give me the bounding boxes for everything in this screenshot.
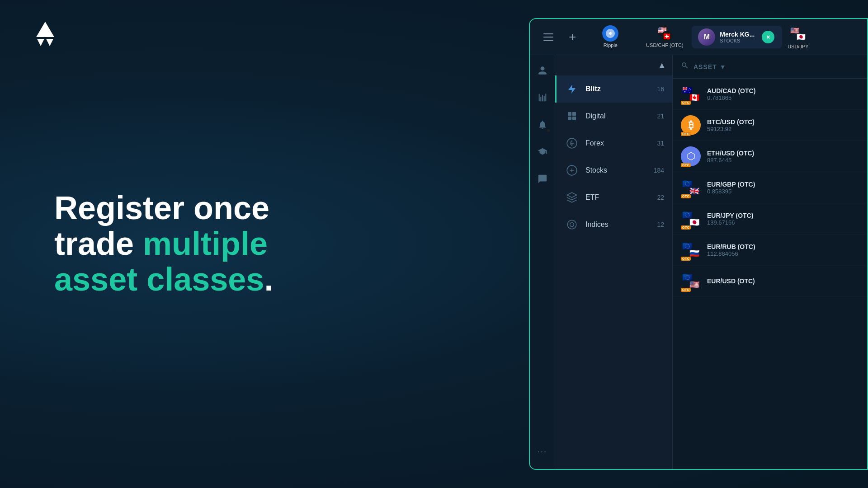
asset-audcad[interactable]: 🇦🇺 🇨🇦 OTC AUD/CAD (OTC) 0.781865 <box>673 79 867 110</box>
asset-ethusd[interactable]: ⬡ OTC ETH/USD (OTC) 887.6445 <box>673 141 867 172</box>
btcusd-name: BTC/USD (OTC) <box>707 118 859 126</box>
merck-tab-close[interactable]: × <box>762 31 774 43</box>
merck-tab-sublabel: STOCKS <box>720 38 755 43</box>
add-tab-button[interactable]: + <box>561 30 583 44</box>
svg-marker-2 <box>46 39 53 46</box>
eurusd-name: EUR/USD (OTC) <box>707 277 859 285</box>
merck-tab-name: Merck KG... <box>720 31 755 38</box>
hamburger-button[interactable] <box>535 27 561 47</box>
svg-point-17 <box>567 220 576 229</box>
asset-eurgbp[interactable]: 🇪🇺 🇬🇧 OTC EUR/GBP (OTC) 0.858395 <box>673 172 867 203</box>
filter-arrow: ▼ <box>720 63 726 70</box>
svg-rect-11 <box>572 112 576 116</box>
svg-rect-5 <box>540 97 541 101</box>
eurgbp-info: EUR/GBP (OTC) 0.858395 <box>707 181 859 195</box>
categories-header: ▲ <box>555 55 672 75</box>
tab-usdjpy[interactable]: 🇺🇸 🇯🇵 USD/JPY <box>782 22 814 52</box>
svg-rect-8 <box>545 94 546 102</box>
svg-rect-12 <box>568 117 571 120</box>
assets-search-bar: ASSET ▼ <box>673 55 867 79</box>
category-digital[interactable]: Digital 21 <box>555 103 672 130</box>
sidebar-icon-portfolio[interactable] <box>534 62 551 79</box>
category-etf[interactable]: ETF 22 <box>555 184 672 211</box>
etf-icon <box>565 190 579 205</box>
svg-rect-13 <box>572 117 576 120</box>
assets-panel: ASSET ▼ 🇦🇺 🇨🇦 OTC AUD/CAD (OTC) 0.781865 <box>673 55 867 469</box>
ripple-tab-icon <box>602 25 618 42</box>
asset-eurrub[interactable]: 🇪🇺 🇷🇺 OTC EUR/RUB (OTC) 112.884056 <box>673 235 867 266</box>
sidebar-icons: ··· <box>530 55 555 469</box>
svg-marker-9 <box>568 84 576 94</box>
notification-dot <box>546 128 551 133</box>
audcad-info: AUD/CAD (OTC) 0.781865 <box>707 87 859 101</box>
category-blitz[interactable]: Blitz 16 <box>555 75 672 103</box>
eurjpy-price: 139.67166 <box>707 219 859 226</box>
asset-filter[interactable]: ASSET ▼ <box>693 63 726 70</box>
tab-merck[interactable]: M Merck KG... STOCKS × <box>692 26 782 48</box>
category-stocks[interactable]: Stocks 184 <box>555 157 672 184</box>
blitz-icon <box>565 82 579 96</box>
asset-filter-label: ASSET <box>693 63 717 70</box>
svg-marker-1 <box>37 39 44 46</box>
forex-count: 31 <box>657 140 664 147</box>
digital-count: 21 <box>657 113 664 120</box>
hero-line3-accent: asset classes <box>54 262 264 298</box>
indices-icon <box>565 217 579 232</box>
blitz-label: Blitz <box>585 85 601 93</box>
merck-tab-info: Merck KG... STOCKS <box>720 31 755 43</box>
sidebar-icon-learn[interactable] <box>534 144 551 160</box>
asset-btcusd[interactable]: ₿ OTC BTC/USD (OTC) 59123.92 <box>673 110 867 141</box>
svg-text:$: $ <box>570 141 573 146</box>
sidebar-icon-chart[interactable] <box>534 89 551 106</box>
collapse-categories-button[interactable]: ▲ <box>658 61 666 70</box>
eurrub-icon: 🇪🇺 🇷🇺 OTC <box>681 240 701 260</box>
indices-label: Indices <box>585 221 609 229</box>
sidebar-icon-notification[interactable] <box>534 117 551 133</box>
hero-line2-accent: multiple <box>143 225 268 262</box>
asset-eurusd[interactable]: 🇪🇺 🇺🇸 OTC EUR/USD (OTC) <box>673 266 867 297</box>
hero-section: Register once trade multiple asset class… <box>54 190 273 298</box>
hero-line2-normal: trade <box>54 225 143 262</box>
svg-rect-7 <box>543 96 544 101</box>
eurrub-name: EUR/RUB (OTC) <box>707 243 859 250</box>
btcusd-info: BTC/USD (OTC) 59123.92 <box>707 118 859 132</box>
eurgbp-icon: 🇪🇺 🇬🇧 OTC <box>681 178 701 197</box>
category-forex[interactable]: $ Forex 31 <box>555 130 672 157</box>
audcad-price: 0.781865 <box>707 94 859 101</box>
ethusd-name: ETH/USD (OTC) <box>707 150 859 157</box>
eurjpy-info: EUR/JPY (OTC) 139.67166 <box>707 212 859 226</box>
hero-line1: Register once <box>54 190 269 226</box>
indices-count: 12 <box>657 221 664 228</box>
btcusd-price: 59123.92 <box>707 126 859 132</box>
eurjpy-icon: 🇪🇺 🇯🇵 OTC <box>681 209 701 229</box>
more-options[interactable]: ··· <box>538 447 547 456</box>
digital-icon <box>565 109 579 123</box>
categories-panel: ▲ Blitz 16 Digital 21 <box>555 55 673 469</box>
app-mockup: + Ripple 🇺🇸 🇨🇭 USD/CHF (O <box>529 18 868 470</box>
brand-logo <box>27 18 63 54</box>
forex-icon: $ <box>565 136 579 150</box>
tab-usdchf[interactable]: 🇺🇸 🇨🇭 USD/CHF (OTC) <box>637 23 692 52</box>
eurrub-info: EUR/RUB (OTC) 112.884056 <box>707 243 859 257</box>
etf-count: 22 <box>657 194 664 201</box>
svg-point-18 <box>570 223 574 227</box>
blitz-count: 16 <box>657 85 664 93</box>
sidebar-icon-chat[interactable] <box>534 171 551 187</box>
category-indices[interactable]: Indices 12 <box>555 211 672 238</box>
top-bar: + Ripple 🇺🇸 🇨🇭 USD/CHF (O <box>530 19 867 55</box>
search-icon <box>681 61 689 72</box>
usdjpy-tab-label: USD/JPY <box>788 44 808 49</box>
eurrub-price: 112.884056 <box>707 250 859 257</box>
ethusd-info: ETH/USD (OTC) 887.6445 <box>707 150 859 164</box>
ethusd-price: 887.6445 <box>707 157 859 164</box>
eurgbp-price: 0.858395 <box>707 188 859 195</box>
usdchf-tab-label: USD/CHF (OTC) <box>646 42 684 48</box>
stocks-icon <box>565 163 579 178</box>
main-area: ··· ▲ Blitz 16 <box>530 55 867 469</box>
tab-ripple[interactable]: Ripple <box>583 23 637 52</box>
audcad-icon: 🇦🇺 🇨🇦 OTC <box>681 84 701 104</box>
svg-marker-0 <box>36 22 54 37</box>
usdchf-tab-icon: 🇺🇸 🇨🇭 <box>656 25 673 42</box>
asset-eurjpy[interactable]: 🇪🇺 🇯🇵 OTC EUR/JPY (OTC) 139.67166 <box>673 203 867 235</box>
svg-rect-4 <box>538 94 539 102</box>
